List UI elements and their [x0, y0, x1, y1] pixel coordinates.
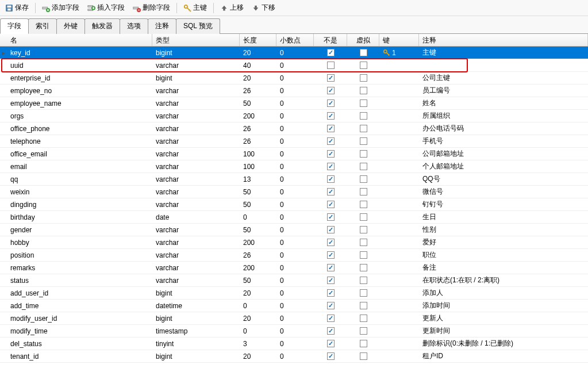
cell-name[interactable]: weixin: [7, 187, 152, 197]
cell-type[interactable]: varchar: [152, 60, 240, 71]
primary-key-button[interactable]: 主键: [180, 2, 210, 14]
cell-decimals[interactable]: 0: [276, 339, 314, 349]
cell-not-null[interactable]: [314, 162, 347, 171]
cell-comment[interactable]: 微信号: [419, 186, 588, 198]
checkbox[interactable]: [327, 352, 335, 360]
cell-type[interactable]: varchar: [152, 98, 240, 109]
cell-not-null[interactable]: [314, 200, 347, 209]
cell-key[interactable]: [379, 292, 419, 294]
checkbox[interactable]: [327, 112, 335, 120]
table-row[interactable]: office_phonevarchar260办公电话号码: [0, 122, 588, 135]
checkbox[interactable]: [327, 277, 335, 284]
header-key[interactable]: 键: [379, 34, 419, 46]
cell-key[interactable]: [379, 343, 419, 345]
cell-length[interactable]: 26: [240, 124, 276, 134]
cell-decimals[interactable]: 0: [276, 301, 314, 311]
cell-name[interactable]: orgs: [7, 111, 152, 121]
checkbox[interactable]: [327, 87, 335, 94]
cell-type[interactable]: varchar: [152, 136, 240, 147]
checkbox[interactable]: [360, 188, 367, 195]
cell-comment[interactable]: 添加时间: [419, 300, 588, 312]
cell-decimals[interactable]: 0: [276, 98, 314, 109]
tab-2[interactable]: 外键: [56, 18, 85, 34]
cell-type[interactable]: varchar: [152, 162, 240, 172]
cell-comment[interactable]: 所属组织: [419, 110, 588, 122]
checkbox[interactable]: [360, 62, 367, 69]
cell-name[interactable]: office_email: [7, 149, 152, 159]
cell-comment[interactable]: 公司邮箱地址: [419, 148, 588, 160]
table-row[interactable]: telephonevarchar260手机号: [0, 135, 588, 148]
cell-decimals[interactable]: 0: [276, 60, 314, 71]
cell-key[interactable]: [379, 355, 419, 358]
cell-comment[interactable]: 钉钉号: [419, 198, 588, 210]
checkbox[interactable]: [360, 201, 367, 208]
checkbox[interactable]: [327, 62, 335, 69]
checkbox[interactable]: [327, 188, 335, 195]
cell-virtual[interactable]: [347, 288, 379, 298]
table-row[interactable]: add_timedatetime00添加时间: [0, 300, 588, 312]
cell-virtual[interactable]: [347, 73, 379, 83]
checkbox[interactable]: [360, 289, 367, 297]
move-up-button[interactable]: 上移: [217, 2, 247, 14]
cell-key[interactable]: [379, 241, 419, 244]
cell-length[interactable]: 50: [240, 275, 276, 286]
cell-not-null[interactable]: [314, 86, 347, 95]
checkbox[interactable]: [327, 327, 335, 335]
checkbox[interactable]: [360, 352, 367, 360]
cell-key[interactable]: [379, 140, 419, 143]
checkbox[interactable]: [360, 327, 367, 335]
cell-name[interactable]: employee_no: [7, 86, 152, 96]
cell-name[interactable]: key_id: [7, 48, 152, 58]
table-row[interactable]: ▸key_idbigint200 1主键: [0, 47, 588, 59]
cell-name[interactable]: employee_name: [7, 98, 152, 109]
checkbox[interactable]: [327, 315, 335, 322]
cell-virtual[interactable]: [347, 187, 379, 197]
cell-not-null[interactable]: [314, 187, 347, 197]
cell-key[interactable]: [379, 64, 419, 67]
cell-decimals[interactable]: 0: [276, 187, 314, 197]
cell-type[interactable]: bigint: [152, 73, 240, 83]
cell-not-null[interactable]: [314, 237, 347, 247]
checkbox[interactable]: [327, 251, 335, 259]
cell-not-null[interactable]: [314, 351, 347, 361]
header-not-null[interactable]: 不是 null: [314, 34, 347, 46]
cell-length[interactable]: 200: [240, 263, 276, 273]
cell-key[interactable]: [379, 279, 419, 282]
cell-type[interactable]: varchar: [152, 200, 240, 210]
table-row[interactable]: positionvarchar260职位: [0, 249, 588, 262]
cell-comment[interactable]: 性别: [419, 224, 588, 236]
table-row[interactable]: enterprise_idbigint200公司主键: [0, 72, 588, 85]
checkbox[interactable]: [327, 264, 335, 271]
cell-comment[interactable]: 租户ID: [419, 350, 588, 362]
cell-comment[interactable]: 公司主键: [419, 72, 588, 84]
checkbox[interactable]: [360, 175, 367, 183]
table-row[interactable]: statusvarchar500在职状态(1:在职 / 2:离职): [0, 274, 588, 287]
cell-decimals[interactable]: 0: [276, 275, 314, 286]
cell-decimals[interactable]: 0: [276, 111, 314, 121]
cell-comment[interactable]: QQ号: [419, 173, 588, 185]
cell-virtual[interactable]: [347, 174, 379, 184]
tab-0[interactable]: 字段: [0, 18, 29, 34]
cell-decimals[interactable]: 0: [276, 149, 314, 159]
cell-length[interactable]: 3: [240, 339, 276, 349]
cell-not-null[interactable]: [314, 111, 347, 121]
cell-virtual[interactable]: [347, 263, 379, 273]
cell-comment[interactable]: 手机号: [419, 135, 588, 147]
checkbox[interactable]: [327, 239, 335, 246]
checkbox[interactable]: [360, 302, 367, 309]
cell-decimals[interactable]: 0: [276, 263, 314, 273]
cell-name[interactable]: hobby: [7, 237, 152, 248]
cell-name[interactable]: uuid: [7, 60, 152, 71]
add-field-button[interactable]: 添加字段: [39, 2, 83, 14]
cell-virtual[interactable]: [347, 301, 379, 310]
checkbox[interactable]: [360, 49, 367, 56]
cell-virtual[interactable]: [347, 98, 379, 108]
cell-name[interactable]: modify_time: [7, 326, 152, 336]
cell-not-null[interactable]: [314, 98, 347, 108]
cell-name[interactable]: telephone: [7, 136, 152, 147]
tab-6[interactable]: SQL 预览: [176, 18, 220, 34]
cell-length[interactable]: 0: [240, 212, 276, 223]
cell-virtual[interactable]: [347, 124, 379, 133]
cell-not-null[interactable]: [314, 136, 347, 146]
cell-virtual[interactable]: [347, 111, 379, 121]
